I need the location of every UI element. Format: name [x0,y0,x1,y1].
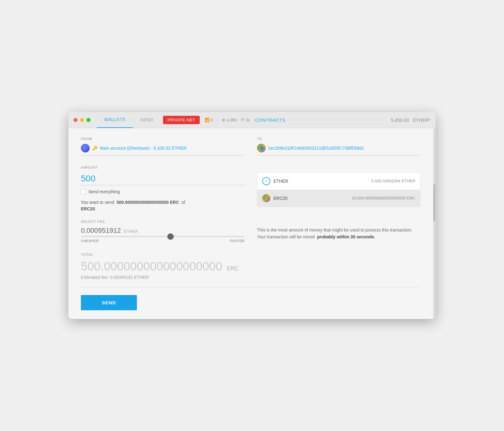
desc-token: ERC20 [81,206,95,211]
erc20-icon: 🤖 [262,194,270,202]
erc20-amount: 10,000.000000000000000000 ERC [352,196,415,200]
total-unit: ERC [227,265,239,272]
cheaper-label: CHEAPER [81,239,99,243]
ether-icon: = [262,177,270,185]
amount-section: 500 Send everything You want to send 500… [81,172,421,212]
from-account-icon: 🔷 [81,144,90,152]
divider [81,287,421,288]
time-value: 3s [246,118,250,122]
token-ether[interactable]: = ETHER 5,435.01602054 ETHER [257,173,420,190]
amount-label: AMOUNT [81,166,421,169]
signal-count: 0 [211,118,213,122]
total-fee-display: Estimated fee: 0.00095191 ETHER [81,275,421,280]
fee-right: This is the most amount of money that mi… [257,227,421,243]
signal-icon: 📶 [205,118,210,122]
amount-left: 500 Send everything You want to send 500… [81,172,245,212]
erc20-name: ERC20 [273,196,352,201]
faster-label: FASTER [230,239,245,243]
scrollbar-thumb[interactable] [433,184,435,222]
total-amount-display: 500.000000000000000000 ERC [81,260,421,274]
ether-symbol: = [265,179,267,183]
main-window: WALLETS SEND PRIVATE-NET 📶 0 | ⊕ 1,090 ⏱… [68,112,436,319]
from-to-row: FROM 🔷 🔑 Main account (Etherbase) - 5,43… [81,137,421,156]
tab-wallets[interactable]: WALLETS [97,112,133,128]
token-erc20[interactable]: 🤖 ERC20 10,000.000000000000000000 ERC [257,190,420,207]
fee-desc-end: . [374,234,376,239]
time-item: ⏱ 3s [240,118,250,122]
desc-of: of [181,200,185,205]
network-badge[interactable]: PRIVATE-NET [163,116,200,124]
peers-count: 1,090 [226,118,237,122]
fee-section: SELECT FEE 0.000951912 ETHER CHEAPER FAS… [81,220,421,243]
fee-left: 0.000951912 ETHER CHEAPER FASTER [81,227,245,243]
to-label: TO [257,137,421,141]
peers-item: ⊕ 1,090 [222,118,237,122]
main-panel: FROM 🔷 🔑 Main account (Etherbase) - 5,43… [68,128,433,319]
to-column: TO 🔷 0xc2b9e316F246d35052118E51B55C75BfE… [257,137,421,156]
from-account-name: Main account (Etherbase) - 5,435.02 ETHE… [100,146,187,151]
to-avatar-emoji: 🔷 [259,146,264,151]
token-list-container: = ETHER 5,435.01602054 ETHER 🤖 ERC20 10,… [257,172,421,207]
traffic-lights [73,118,91,122]
signal-item: 📶 0 [205,118,213,122]
clock-icon: ⏱ [240,118,245,122]
total-label: TOTAL [81,253,421,256]
send-description: You want to send 500.000000000000000000 … [81,199,245,212]
network-info: 📶 0 | ⊕ 1,090 ⏱ 3s [205,117,250,123]
separator-1: | [217,117,218,123]
slider-wrap: CHEAPER FASTER [81,236,245,243]
desc-amount: 500.000000000000000000 ERC [117,200,179,205]
fee-desc-bold: probably within 30 seconds [317,234,374,239]
total-section: TOTAL 500.000000000000000000 ERC Estimat… [81,253,421,280]
titlebar: WALLETS SEND PRIVATE-NET 📶 0 | ⊕ 1,090 ⏱… [68,112,436,128]
close-button[interactable] [73,118,77,122]
send-everything-row: Send everything [81,189,245,194]
minimize-button[interactable] [80,118,84,122]
fee-slider[interactable] [81,236,245,237]
total-amount-value: 500.000000000000000000 [81,260,222,273]
fee-unit: ETHER [124,229,138,234]
contracts-link[interactable]: CONTRACTS [255,117,285,123]
desc-suffix: . [95,206,96,211]
to-account-row[interactable]: 🔷 0xc2b9e316F246d35052118E51B55C75BfE99d… [257,144,421,156]
from-label: FROM [81,137,245,141]
from-column: FROM 🔷 🔑 Main account (Etherbase) - 5,43… [81,137,245,156]
from-account-row[interactable]: 🔷 🔑 Main account (Etherbase) - 5,435.02 … [81,144,245,156]
tab-send[interactable]: SEND [133,112,161,128]
from-avatar-emoji: 🔷 [83,146,88,151]
amount-input[interactable]: 500 [81,172,245,185]
to-address: 0xc2b9e316F246d35052118E51B55C75BfE99d2 [268,146,364,151]
balance-unit: ETHER* [413,117,431,123]
content-area: FROM 🔷 🔑 Main account (Etherbase) - 5,43… [68,128,436,319]
key-icon: 🔑 [92,146,97,151]
send-button[interactable]: SEND [81,295,137,310]
to-account-icon: 🔷 [257,144,266,152]
fee-description: This is the most amount of money that mi… [257,227,421,241]
ether-name: ETHER [273,179,371,184]
erc20-emoji: 🤖 [264,196,268,200]
balance-amount: 5,450.00 [391,117,409,123]
ether-amount: 5,435.01602054 ETHER [371,179,415,183]
fee-row: 0.000951912 ETHER CHEAPER FASTER [81,227,421,243]
desc-prefix: You want to send [81,200,114,205]
send-everything-checkbox[interactable] [81,189,86,194]
peers-icon: ⊕ [222,118,225,122]
balance-display: 5,450.00 ETHER* [391,117,431,123]
scrollbar[interactable] [433,128,436,319]
send-everything-label: Send everything [88,189,120,194]
slider-labels: CHEAPER FASTER [81,239,245,243]
amount-input-wrap[interactable]: 500 [81,172,245,185]
fee-label: SELECT FEE [81,220,421,223]
nav-tabs: WALLETS SEND PRIVATE-NET 📶 0 | ⊕ 1,090 ⏱… [97,112,431,128]
token-list: = ETHER 5,435.01602054 ETHER 🤖 ERC20 10,… [257,172,421,212]
maximize-button[interactable] [86,118,91,122]
